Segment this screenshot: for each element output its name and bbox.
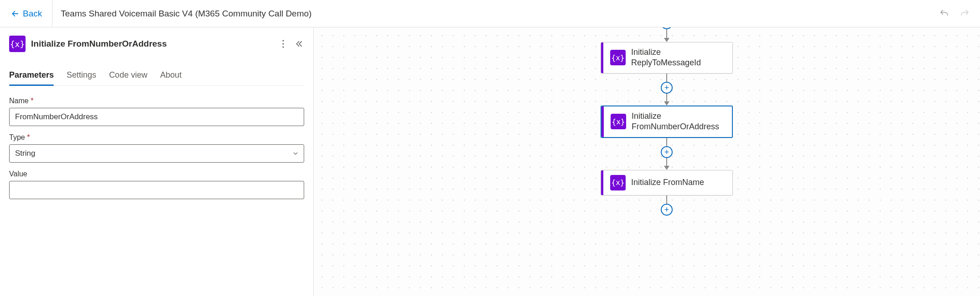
node-accent-stripe (601, 170, 603, 195)
panel-tabs: Parameters Settings Code view About (9, 66, 304, 86)
tab-parameters[interactable]: Parameters (9, 66, 54, 85)
back-label: Back (23, 9, 42, 19)
arrow-down-icon (664, 101, 669, 106)
tab-label: Parameters (9, 70, 54, 79)
top-bar-actions (937, 6, 972, 21)
more-vertical-icon (282, 40, 284, 48)
flow-title: Teams Shared Voicemail Basic V4 (M365 Co… (61, 9, 311, 19)
top-bar: Back Teams Shared Voicemail Basic V4 (M3… (0, 0, 980, 27)
flow-node-label: Initialize FromName (631, 177, 704, 188)
undo-button[interactable] (937, 6, 952, 21)
arrow-down-icon (664, 166, 669, 170)
undo-icon (939, 8, 950, 19)
flow-node-initialize-fromnumberoraddress[interactable]: {x} Initialize FromNumberOrAddress (601, 106, 733, 138)
tab-label: Settings (67, 70, 96, 79)
connector: + (661, 196, 673, 216)
connector-line (666, 138, 667, 146)
connector-line (666, 94, 667, 102)
connector-line (666, 29, 667, 38)
collapse-panel-button[interactable] (294, 39, 304, 49)
type-select[interactable] (9, 144, 304, 163)
add-step-button[interactable]: + (661, 82, 673, 94)
variable-icon: {x} (9, 36, 26, 52)
field-name: Name * (9, 97, 304, 126)
connector: + (661, 138, 673, 170)
node-accent-stripe (601, 42, 603, 73)
node-accent-stripe (601, 106, 604, 137)
details-panel: {x} Initialize FromNumberOrAddress Param… (0, 27, 314, 296)
flow-node-label: Initialize FromNumberOrAddress (632, 111, 726, 132)
svg-point-0 (282, 40, 284, 41)
add-step-button[interactable]: + (661, 146, 673, 158)
redo-button[interactable] (957, 6, 972, 21)
variable-icon: {x} (610, 50, 626, 65)
tab-settings[interactable]: Settings (67, 66, 96, 85)
designer-canvas[interactable]: + {x} Initialize ReplyToMessageId + {x} … (314, 27, 980, 296)
tab-about[interactable]: About (160, 66, 181, 85)
svg-point-1 (282, 43, 284, 44)
back-button[interactable]: Back (5, 0, 52, 27)
connector: + (661, 27, 673, 42)
name-input[interactable] (9, 108, 304, 126)
more-button[interactable] (281, 39, 285, 49)
value-label: Value (9, 170, 304, 178)
svg-point-2 (282, 46, 284, 48)
variable-icon: {x} (611, 114, 626, 129)
add-step-button[interactable]: + (661, 204, 673, 216)
flow-node-initialize-fromname[interactable]: {x} Initialize FromName (601, 170, 733, 196)
tab-label: Code view (109, 70, 147, 79)
panel-header-actions (281, 39, 304, 49)
back-arrow-icon (11, 10, 19, 18)
flow-column: + {x} Initialize ReplyToMessageId + {x} … (598, 27, 735, 216)
connector: + (661, 74, 673, 106)
redo-icon (959, 8, 970, 19)
connector-line (666, 74, 667, 82)
panel-header: {x} Initialize FromNumberOrAddress (9, 36, 304, 52)
tab-code-view[interactable]: Code view (109, 66, 147, 85)
value-input[interactable] (9, 181, 304, 199)
variable-icon: {x} (610, 175, 626, 190)
connector-line (666, 158, 667, 166)
workspace: {x} Initialize FromNumberOrAddress Param… (0, 27, 980, 296)
panel-title: Initialize FromNumberOrAddress (31, 39, 276, 49)
name-label: Name * (9, 97, 304, 105)
field-value: Value (9, 170, 304, 199)
tab-label: About (160, 70, 181, 79)
type-label: Type * (9, 133, 304, 142)
field-type: Type * (9, 133, 304, 163)
flow-node-label: Initialize ReplyToMessageId (631, 47, 727, 69)
connector-line (666, 196, 667, 204)
flow-node-initialize-replytomessageid[interactable]: {x} Initialize ReplyToMessageId (601, 42, 733, 74)
chevron-double-left-icon (295, 40, 303, 48)
arrow-down-icon (664, 38, 669, 42)
